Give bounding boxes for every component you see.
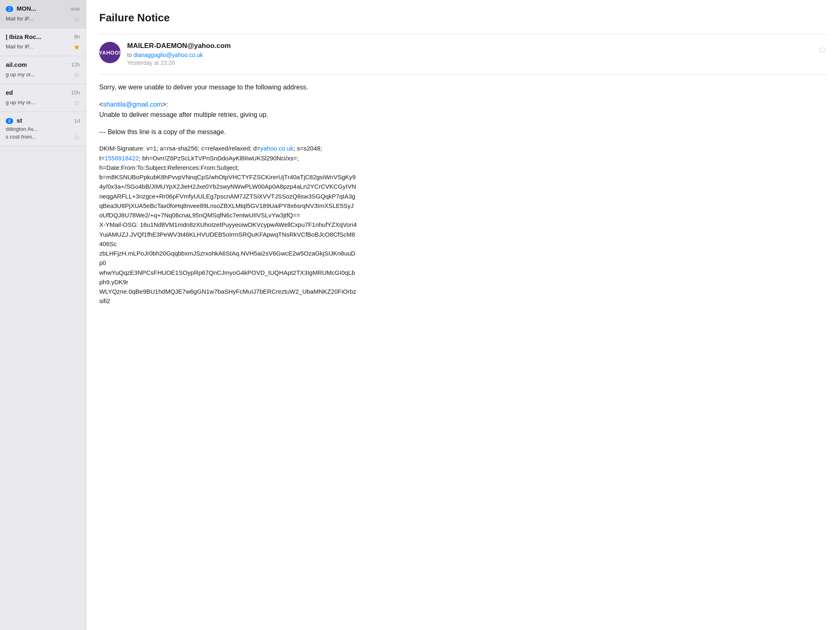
sidebar-sender-5: 8 st [6, 117, 22, 124]
email-to-address[interactable]: dianaggaglio@yahoo.co.uk [134, 52, 203, 58]
email-meta: MAILER-DAEMON@yahoo.com to dianaggaglio@… [127, 42, 811, 66]
failed-email-link[interactable]: shantila@gmail.com [103, 101, 162, 108]
email-from: MAILER-DAEMON@yahoo.com [127, 42, 811, 50]
star-icon-2[interactable]: ★ [73, 43, 80, 51]
subject-4: g up my or... [6, 99, 35, 105]
star-icon-3[interactable]: ☆ [73, 71, 80, 79]
time-3: 12h [71, 62, 80, 68]
star-icon-5[interactable]: ☆ [73, 134, 80, 141]
subject-5a: ddington Av... [6, 126, 80, 132]
sidebar-item-5[interactable]: 8 st 1d ddington Av... s cost from... ☆ [0, 112, 86, 146]
body-intro: Sorry, we were unable to deliver your me… [99, 82, 827, 93]
email-body: Sorry, we were unable to deliver your me… [99, 82, 827, 306]
body-divider [99, 74, 827, 75]
email-to-line: to dianaggaglio@yahoo.co.uk [127, 52, 811, 58]
sidebar-item-2[interactable]: | Ibiza Roc... 9h Mail for iP... ★ [0, 28, 86, 56]
sidebar-item-4[interactable]: ed 15h g up my or... ☆ [0, 84, 86, 112]
dkim-domain-link[interactable]: yahoo.co.uk [260, 145, 294, 152]
body-error: Unable to deliver message after multiple… [99, 111, 268, 118]
sidebar: 2 MON... now Mail for iP... ☆ | Ibiza Ro… [0, 0, 86, 630]
time-5: 1d [74, 118, 80, 124]
email-title: Failure Notice [99, 11, 827, 24]
star-icon-1[interactable]: ☆ [73, 16, 80, 23]
to-label: to [127, 52, 132, 58]
time-4: 15h [71, 89, 80, 96]
avatar-text: YAHOO! [99, 50, 121, 56]
sidebar-sender-2: | Ibiza Roc... [6, 33, 41, 40]
subject-2: Mail for iP... [6, 43, 33, 50]
time-1: now [70, 6, 80, 12]
sidebar-sender-4: ed [6, 89, 13, 96]
email-date: Yesterday at 23:20 [127, 59, 811, 66]
sender-avatar: YAHOO! [99, 42, 121, 63]
email-header: YAHOO! MAILER-DAEMON@yahoo.com to dianag… [99, 42, 827, 66]
body-separator: --- Below this line is a copy of the mes… [99, 127, 827, 137]
badge-1: 2 [6, 6, 13, 12]
technical-content: DKIM-Signature: v=1; a=rsa-sha256; c=rel… [99, 144, 827, 306]
email-main: Failure Notice YAHOO! MAILER-DAEMON@yaho… [86, 0, 840, 630]
subject-1: Mail for iP... [6, 16, 33, 22]
badge-5: 8 [6, 118, 13, 124]
sidebar-item-3[interactable]: ail.com 12h g up my or... ☆ [0, 56, 86, 84]
sidebar-sender-3: ail.com [6, 61, 27, 68]
email-star-icon[interactable]: ☆ [817, 43, 827, 56]
sidebar-item-1[interactable]: 2 MON... now Mail for iP... ☆ [0, 0, 86, 28]
body-failed-email: <shantila@gmail.com>: Unable to deliver … [99, 99, 827, 120]
header-divider [99, 34, 827, 34]
sidebar-sender-1: 2 MON... [6, 5, 36, 12]
timestamp-link[interactable]: 1556918422 [105, 155, 139, 162]
time-2: 9h [74, 34, 80, 40]
subject-3: g up my or... [6, 71, 35, 78]
star-icon-4[interactable]: ☆ [73, 99, 80, 107]
subject-5b: s cost from... [6, 134, 36, 140]
